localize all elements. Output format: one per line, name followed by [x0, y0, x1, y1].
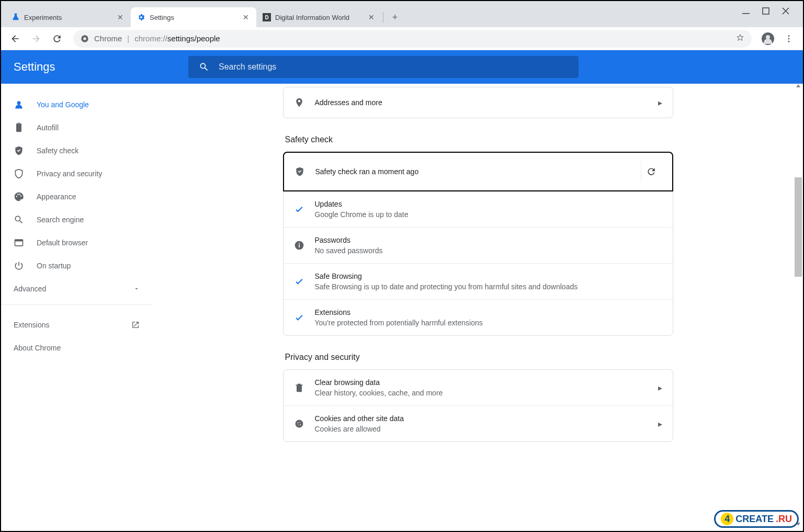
forward-button[interactable]	[27, 30, 45, 48]
sidebar-extensions-label: Extensions	[14, 321, 49, 329]
sidebar-item-label: On startup	[37, 262, 71, 270]
svg-point-9	[17, 101, 21, 105]
autofill-card: Addresses and more ▸	[283, 87, 673, 118]
security-label: Chrome	[94, 34, 122, 43]
maximize-button[interactable]	[762, 7, 769, 15]
row-title: Safe Browsing	[315, 272, 662, 280]
sidebar-item-label: You and Google	[37, 100, 89, 109]
clipboard-icon	[14, 122, 24, 133]
scrollbar-thumb[interactable]	[795, 177, 802, 277]
watermark-brand: CREATE	[735, 514, 774, 525]
tab-separator	[383, 12, 383, 22]
safety-check-status-row: Safety check ran a moment ago	[284, 153, 672, 190]
row-sub: Clear history, cookies, cache, and more	[315, 389, 658, 397]
sidebar-item-label: Autofill	[37, 123, 59, 132]
sidebar-about-label: About Chrome	[14, 344, 61, 352]
svg-rect-1	[763, 8, 769, 14]
watermark: 4 CREATE.RU	[714, 510, 799, 528]
close-icon[interactable]: ✕	[242, 13, 250, 21]
sidebar-item-privacy[interactable]: Privacy and security	[1, 162, 147, 185]
row-title: Clear browsing data	[315, 378, 658, 387]
scroll-up-arrow-icon[interactable]	[796, 83, 801, 88]
chevron-down-icon	[133, 286, 140, 292]
sidebar-item-label: Privacy and security	[37, 169, 102, 178]
settings-main[interactable]: Addresses and more ▸ Safety check Safety…	[153, 84, 803, 531]
diw-icon: D	[263, 13, 271, 21]
row-title: Safety check ran a moment ago	[315, 167, 635, 176]
shield-check-icon	[14, 145, 24, 156]
profile-avatar[interactable]	[759, 30, 777, 48]
sidebar-item-label: Default browser	[37, 239, 88, 247]
svg-rect-13	[299, 244, 300, 247]
sidebar-item-safety-check[interactable]: Safety check	[1, 139, 147, 162]
sidebar-about-link[interactable]: About Chrome	[1, 336, 152, 359]
bookmark-star-icon[interactable]	[736, 33, 744, 44]
row-title: Addresses and more	[315, 98, 658, 107]
svg-point-16	[297, 422, 298, 423]
clear-browsing-data-row[interactable]: Clear browsing data Clear history, cooki…	[284, 370, 673, 405]
svg-point-19	[298, 425, 299, 426]
safety-extensions-row[interactable]: Extensions You're protected from potenti…	[284, 299, 673, 335]
safety-safe-browsing-row[interactable]: Safe Browsing Safe Browsing is up to dat…	[284, 263, 673, 299]
sidebar-item-appearance[interactable]: Appearance	[1, 185, 147, 208]
tab-strip: Experiments ✕ Settings ✕ D Digital Infor…	[1, 1, 803, 27]
reload-button[interactable]	[48, 30, 66, 48]
run-safety-check-button[interactable]	[641, 161, 662, 182]
svg-rect-0	[742, 13, 750, 14]
sidebar-extensions-link[interactable]: Extensions	[1, 313, 152, 336]
safety-check-heading: Safety check	[285, 135, 673, 144]
addresses-row[interactable]: Addresses and more ▸	[284, 87, 673, 118]
gear-icon	[137, 13, 145, 21]
sidebar-item-default-browser[interactable]: Default browser	[1, 231, 147, 254]
row-sub: Safe Browsing is up to date and protecti…	[315, 282, 662, 291]
address-bar[interactable]: Chrome | chrome://settings/people	[73, 30, 752, 48]
tab-settings[interactable]: Settings ✕	[131, 7, 256, 27]
tab-label: Settings	[150, 14, 242, 21]
row-title: Cookies and other site data	[315, 414, 658, 423]
location-icon	[294, 97, 304, 108]
search-settings-box[interactable]	[188, 56, 579, 78]
scrollbar[interactable]	[794, 83, 802, 527]
sidebar-item-search-engine[interactable]: Search engine	[1, 208, 147, 231]
row-sub: No saved passwords	[315, 246, 662, 255]
chevron-right-icon: ▸	[658, 383, 662, 393]
privacy-card: Clear browsing data Clear history, cooki…	[283, 369, 673, 442]
tab-diw[interactable]: D Digital Information World ✕	[256, 7, 382, 27]
new-tab-button[interactable]: +	[388, 10, 402, 25]
palette-icon	[14, 191, 24, 202]
power-icon	[14, 261, 24, 271]
close-icon[interactable]: ✕	[116, 13, 124, 21]
chrome-menu-button[interactable]	[780, 30, 798, 48]
page-title: Settings	[14, 60, 176, 74]
search-icon	[14, 214, 24, 225]
browser-icon	[14, 237, 24, 248]
window-controls	[733, 1, 799, 15]
sidebar: You and Google Autofill Safety check Pri…	[1, 84, 153, 531]
row-sub: Cookies are allowed	[315, 425, 658, 433]
person-icon	[14, 99, 24, 110]
search-input[interactable]	[219, 62, 568, 72]
browser-toolbar: Chrome | chrome://settings/people	[1, 27, 803, 50]
safety-passwords-row[interactable]: Passwords No saved passwords	[284, 227, 673, 263]
minimize-button[interactable]	[742, 7, 750, 15]
cookie-icon	[294, 418, 304, 429]
separator: |	[127, 34, 129, 43]
svg-point-7	[788, 38, 790, 39]
open-in-new-icon	[131, 321, 140, 329]
sidebar-item-on-startup[interactable]: On startup	[1, 254, 147, 277]
row-title: Passwords	[315, 236, 662, 244]
safety-updates-row[interactable]: Updates Google Chrome is up to date	[284, 191, 673, 227]
svg-point-3	[83, 37, 86, 40]
sidebar-item-autofill[interactable]: Autofill	[1, 116, 147, 139]
sidebar-advanced-toggle[interactable]: Advanced	[1, 277, 152, 300]
sidebar-advanced-label: Advanced	[14, 285, 46, 293]
tab-experiments[interactable]: Experiments ✕	[5, 7, 131, 27]
close-icon[interactable]: ✕	[367, 13, 376, 21]
window-close-button[interactable]	[782, 7, 789, 15]
svg-point-17	[299, 422, 300, 423]
back-button[interactable]	[6, 30, 24, 48]
tabs-container: Experiments ✕ Settings ✕ D Digital Infor…	[5, 3, 733, 27]
cookies-row[interactable]: Cookies and other site data Cookies are …	[284, 405, 673, 442]
sidebar-item-you-and-google[interactable]: You and Google	[1, 93, 147, 116]
svg-point-15	[295, 420, 303, 428]
